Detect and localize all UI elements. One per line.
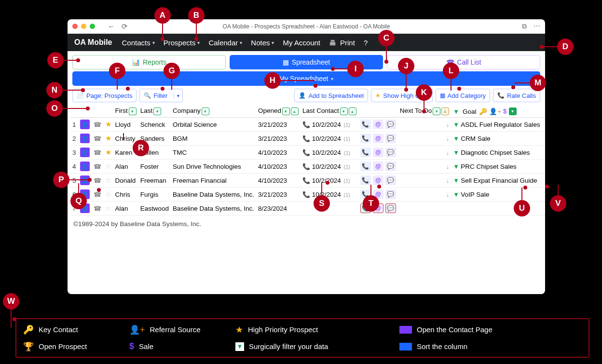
- more-icon[interactable]: ⋯: [534, 22, 540, 30]
- note-icon[interactable]: 🗎: [544, 121, 545, 128]
- message-action[interactable]: 💬: [385, 134, 396, 143]
- annotation-M: M: [530, 75, 546, 91]
- chevron-down-icon[interactable]: ▾: [174, 93, 182, 98]
- contact-badge[interactable]: 👤: [80, 148, 90, 157]
- chevron-down-icon: ▾: [331, 76, 333, 81]
- note-icon[interactable]: 🗎: [544, 149, 545, 156]
- call-action[interactable]: 📞: [360, 148, 371, 157]
- legend-sale: Sale: [139, 342, 153, 351]
- cast-icon[interactable]: ⧉: [522, 22, 527, 30]
- star-icon[interactable]: ★: [105, 148, 111, 156]
- arrow-down-icon[interactable]: ↓: [446, 191, 450, 198]
- cell-opened: 3/21/2023: [256, 118, 301, 132]
- add-category-button[interactable]: ▦Add Category: [436, 89, 491, 102]
- person-add-icon[interactable]: 👤+: [489, 108, 501, 115]
- sort-opened-asc[interactable]: ▴: [291, 108, 299, 115]
- sort-contact-asc[interactable]: ▴: [349, 108, 356, 115]
- sort-last[interactable]: ▾: [153, 108, 161, 115]
- menu-account[interactable]: My Account: [280, 39, 323, 47]
- tab-reports[interactable]: 📊Reports: [72, 55, 226, 69]
- note-icon[interactable]: 🗎: [544, 191, 545, 198]
- note-icon[interactable]: 🗎: [544, 177, 545, 184]
- menu-help[interactable]: ?: [361, 39, 370, 47]
- app-window: ← ⟳ OA Mobile - Prospects Spreadsheet - …: [68, 19, 545, 294]
- annotation-R: R: [133, 140, 149, 156]
- cell-last: Furgis: [138, 188, 171, 202]
- back-icon[interactable]: ←: [108, 22, 115, 30]
- phone-icon[interactable]: ☎: [94, 163, 101, 170]
- email-action[interactable]: @: [373, 134, 383, 143]
- message-action[interactable]: 💬: [385, 162, 396, 171]
- arrow-down-icon[interactable]: ↓: [446, 177, 450, 184]
- call-action[interactable]: 📞: [360, 175, 371, 185]
- window-controls[interactable]: [72, 24, 95, 29]
- legend-open-contact: Open the Contact Page: [417, 325, 493, 334]
- message-action[interactable]: 💬: [385, 120, 396, 129]
- call-action[interactable]: 📞: [360, 134, 371, 143]
- sort-first[interactable]: ▾: [129, 108, 137, 115]
- message-action[interactable]: 💬: [385, 175, 396, 185]
- menu-contacts[interactable]: Contacts▾: [119, 39, 158, 47]
- contact-badge[interactable]: 👤: [80, 134, 90, 143]
- email-action[interactable]: @: [373, 148, 383, 157]
- phone-icon[interactable]: ☎: [94, 135, 101, 142]
- email-action[interactable]: @: [373, 162, 383, 171]
- annotation-W: W: [3, 293, 19, 310]
- email-action[interactable]: @: [373, 120, 383, 129]
- minimize-window-icon[interactable]: [81, 24, 86, 29]
- star-icon[interactable]: ★: [105, 120, 111, 128]
- star-icon[interactable]: ☆: [105, 190, 111, 198]
- arrow-down-icon[interactable]: ↓: [446, 121, 450, 128]
- phone-icon[interactable]: ☎: [94, 191, 101, 198]
- message-action[interactable]: 💬: [385, 189, 396, 199]
- star-icon[interactable]: ★: [105, 134, 111, 142]
- funnel-icon[interactable]: ▼: [453, 108, 459, 115]
- close-window-icon[interactable]: [72, 24, 78, 29]
- arrow-down-icon[interactable]: ↓: [446, 149, 450, 156]
- reload-icon[interactable]: ⟳: [122, 22, 128, 31]
- arrow-down-icon[interactable]: ↓: [446, 163, 450, 170]
- filter-button[interactable]: 🔍Filter ▾: [139, 89, 183, 102]
- call-action[interactable]: 📞: [360, 120, 371, 129]
- phone-icon[interactable]: ☎: [94, 177, 101, 184]
- contact-badge[interactable]: 👤: [80, 162, 90, 171]
- sheet-selector[interactable]: My Spreadsheet▾: [72, 71, 540, 86]
- menu-print[interactable]: 🖶Print: [326, 39, 358, 47]
- person-add-icon: 👤: [299, 92, 306, 99]
- annotation-F: F: [109, 63, 125, 79]
- legend-key: Key Contact: [39, 325, 78, 334]
- annotation-J: J: [398, 58, 414, 74]
- annotation-N: N: [46, 82, 63, 98]
- note-icon[interactable]: 🗎: [544, 205, 545, 212]
- col-first: First: [115, 107, 128, 114]
- contact-badge[interactable]: 👤: [80, 120, 90, 129]
- call-action[interactable]: 📞: [360, 162, 371, 171]
- sort-todo-desc[interactable]: ▾: [433, 108, 440, 115]
- star-icon[interactable]: ☆: [105, 176, 111, 184]
- phone-icon[interactable]: ☎: [94, 149, 101, 156]
- message-action[interactable]: 💬: [385, 148, 396, 157]
- sort-company[interactable]: ▾: [202, 108, 209, 115]
- zoom-window-icon[interactable]: [90, 24, 95, 29]
- star-icon[interactable]: ☆: [105, 162, 111, 170]
- sort-contact-desc[interactable]: ▾: [340, 108, 348, 115]
- menu-calendar[interactable]: Calendar▾: [205, 39, 245, 47]
- star-icon[interactable]: ☆: [105, 204, 111, 212]
- dollar-icon[interactable]: $: [503, 108, 507, 115]
- phone-icon[interactable]: ☎: [94, 205, 101, 212]
- key-icon[interactable]: 🔑: [479, 108, 487, 115]
- page-icon: 📄: [77, 92, 84, 99]
- arrow-down-icon[interactable]: ↓: [446, 135, 450, 142]
- note-icon[interactable]: 🗎: [544, 135, 545, 142]
- phone-icon[interactable]: ☎: [94, 121, 101, 128]
- sort-opened-desc[interactable]: ▾: [282, 108, 290, 115]
- note-icon[interactable]: 🗎: [544, 163, 545, 170]
- add-to-spreadsheet-button[interactable]: 👤Add to Spreadsheet: [294, 89, 368, 102]
- message-action[interactable]: 💬: [385, 203, 396, 213]
- table-row: 6👤☎☆ChrisFurgisBaseline Data Systems, In…: [70, 188, 545, 202]
- person-add-icon: 👤+: [129, 324, 145, 335]
- email-action[interactable]: @: [373, 175, 383, 185]
- funnel-filter-icon[interactable]: ▾: [509, 108, 517, 115]
- sort-todo-alt[interactable]: ⇊: [441, 108, 449, 115]
- menu-notes[interactable]: Notes▾: [248, 39, 277, 47]
